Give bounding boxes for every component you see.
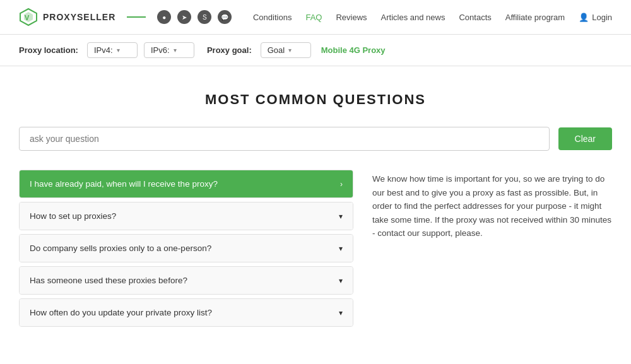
login-button[interactable]: 👤 Login — [579, 13, 612, 22]
faq-question-1: How to set up proxies? — [30, 211, 116, 221]
ipv6-chevron-icon: ▾ — [174, 47, 177, 54]
goal-select[interactable]: Goal ▾ — [261, 42, 311, 58]
faq-item-1: How to set up proxies? ▾ — [19, 202, 353, 230]
nav-reviews[interactable]: Reviews — [336, 13, 367, 22]
proxy-goal-label: Proxy goal: — [207, 45, 252, 55]
header-icons: ● ➤ S 💬 — [157, 10, 232, 24]
faq-chevron-2: ▾ — [339, 244, 343, 253]
faq-chevron-4: ▾ — [339, 308, 343, 317]
faq-question-3: Has someone used these proxies before? — [30, 276, 187, 285]
ipv6-select[interactable]: IPv6: ▾ — [144, 42, 194, 58]
logo-icon: V — [19, 8, 38, 26]
clear-button[interactable]: Clear — [558, 127, 612, 150]
faq-item-header-3[interactable]: Has someone used these proxies before? ▾ — [20, 267, 353, 294]
faq-item-2: Do company sells proxies only to a one-p… — [19, 234, 353, 262]
faq-list: I have already paid, when will I receive… — [19, 170, 353, 327]
main-content: MOST COMMON QUESTIONS Clear I have alrea… — [0, 66, 631, 352]
nav-articles[interactable]: Articles and news — [381, 13, 445, 22]
faq-item-3: Has someone used these proxies before? ▾ — [19, 266, 353, 295]
svg-text:V: V — [25, 14, 30, 21]
nav-faq[interactable]: FAQ — [305, 13, 322, 22]
faq-item-header-1[interactable]: How to set up proxies? ▾ — [20, 203, 353, 230]
header-divider — [127, 16, 146, 18]
faq-answer: We know how time is important for you, s… — [372, 170, 612, 327]
page-title: MOST COMMON QUESTIONS — [19, 91, 612, 108]
ipv4-chevron-icon: ▾ — [117, 47, 120, 54]
faq-chevron-3: ▾ — [339, 276, 343, 285]
search-input[interactable] — [19, 127, 550, 151]
user-icon: 👤 — [579, 13, 589, 22]
nav-conditions[interactable]: Conditions — [253, 13, 292, 22]
goal-label: Goal — [268, 45, 285, 55]
chat-icon[interactable]: 💬 — [218, 10, 232, 24]
nav-affiliate[interactable]: Affiliate program — [505, 13, 565, 22]
header-left: V PROXYSELLER ● ➤ S 💬 — [19, 8, 232, 26]
faq-question-4: How often do you update your private pro… — [30, 308, 212, 317]
faq-item-0: I have already paid, when will I receive… — [19, 170, 353, 198]
header-nav: Conditions FAQ Reviews Articles and news… — [253, 13, 612, 22]
filter-bar: Proxy location: IPv4: ▾ IPv6: ▾ Proxy go… — [0, 35, 631, 66]
send-icon[interactable]: ➤ — [177, 10, 191, 24]
faq-question-0: I have already paid, when will I receive… — [30, 179, 218, 189]
faq-layout: I have already paid, when will I receive… — [19, 170, 612, 327]
logo-text: PROXYSELLER — [43, 12, 115, 22]
faq-chevron-0: › — [340, 180, 343, 189]
faq-item-header-0[interactable]: I have already paid, when will I receive… — [20, 170, 353, 197]
nav-contacts[interactable]: Contacts — [459, 13, 491, 22]
faq-item-header-2[interactable]: Do company sells proxies only to a one-p… — [20, 235, 353, 262]
faq-chevron-1: ▾ — [339, 212, 343, 221]
faq-item-4: How often do you update your private pro… — [19, 298, 353, 327]
circle-icon-1[interactable]: ● — [157, 10, 171, 24]
ipv6-label: IPv6: — [151, 45, 170, 55]
logo-area[interactable]: V PROXYSELLER — [19, 8, 115, 26]
proxy-location-label: Proxy location: — [19, 45, 78, 55]
goal-chevron-icon: ▾ — [288, 47, 292, 54]
login-label: Login — [592, 13, 612, 22]
faq-item-header-4[interactable]: How often do you update your private pro… — [20, 299, 353, 326]
search-row: Clear — [19, 127, 612, 151]
faq-question-2: Do company sells proxies only to a one-p… — [30, 244, 211, 253]
skype-icon[interactable]: S — [198, 10, 211, 24]
header: V PROXYSELLER ● ➤ S 💬 Conditions FAQ Rev… — [0, 0, 631, 35]
ipv4-label: IPv4: — [94, 45, 113, 55]
ipv4-select[interactable]: IPv4: ▾ — [87, 42, 138, 58]
mobile-proxy-link[interactable]: Mobile 4G Proxy — [321, 45, 386, 55]
